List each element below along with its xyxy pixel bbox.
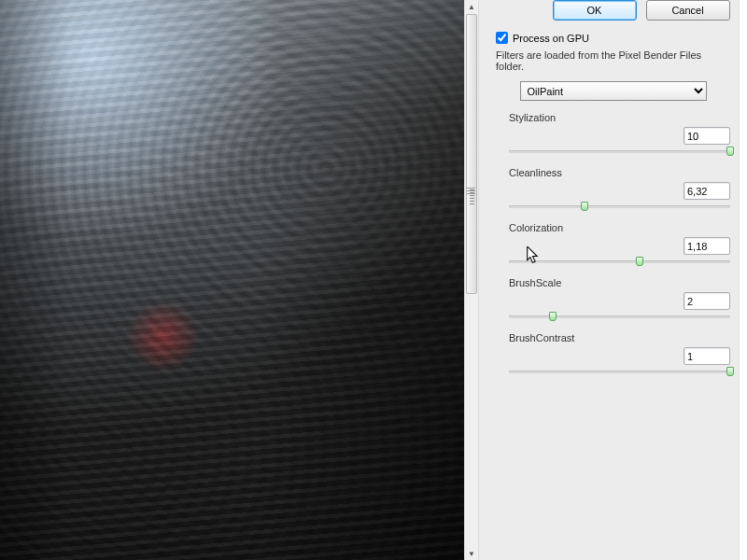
param-brushcontrast: BrushContrast — [509, 332, 730, 378]
slider-handle[interactable] — [726, 367, 734, 376]
slider-track — [509, 205, 730, 208]
brushscale-input[interactable] — [684, 292, 730, 310]
slider-track — [509, 371, 730, 373]
colorization-slider[interactable] — [509, 257, 730, 268]
param-brushscale: BrushScale — [509, 277, 730, 323]
cleanliness-slider[interactable] — [509, 202, 730, 213]
ok-button[interactable]: OK — [553, 0, 637, 21]
brushcontrast-input[interactable] — [684, 347, 730, 365]
scroll-thumb[interactable] — [466, 14, 477, 294]
window-right-edge — [739, 0, 747, 560]
brushcontrast-label: BrushContrast — [509, 332, 730, 343]
cleanliness-label: Cleanliness — [509, 167, 730, 178]
scroll-down-arrow-icon[interactable]: ▼ — [465, 547, 478, 560]
slider-track — [509, 150, 730, 153]
slider-handle[interactable] — [581, 202, 588, 211]
brushscale-label: BrushScale — [509, 277, 730, 288]
process-on-gpu-label: Process on GPU — [513, 33, 589, 44]
brushcontrast-slider[interactable] — [509, 367, 730, 378]
slider-handle[interactable] — [636, 257, 643, 266]
process-on-gpu-checkbox[interactable] — [496, 32, 508, 44]
param-stylization: Stylization — [509, 112, 730, 158]
preview-vertical-scrollbar[interactable]: ▲ ▼ — [464, 0, 478, 560]
cleanliness-input[interactable] — [684, 182, 730, 200]
stylization-label: Stylization — [509, 112, 730, 123]
slider-track — [509, 260, 730, 263]
colorization-label: Colorization — [509, 222, 730, 233]
info-text: Filters are loaded from the Pixel Bender… — [496, 49, 730, 72]
pane-resize-handle[interactable] — [465, 187, 478, 205]
colorization-input[interactable] — [684, 237, 730, 255]
filter-settings-panel: OK Cancel Process on GPU Filters are loa… — [478, 0, 747, 560]
slider-handle[interactable] — [549, 312, 557, 321]
cancel-button[interactable]: Cancel — [646, 0, 730, 21]
preview-image[interactable] — [0, 0, 465, 560]
filter-select[interactable]: OilPaint — [520, 81, 707, 101]
brushscale-slider[interactable] — [509, 312, 730, 323]
param-cleanliness: Cleanliness — [509, 167, 730, 213]
slider-track — [509, 315, 730, 318]
param-colorization: Colorization — [509, 222, 730, 268]
scroll-up-arrow-icon[interactable]: ▲ — [465, 0, 478, 13]
preview-pane: ▲ ▼ — [0, 0, 478, 560]
slider-handle[interactable] — [726, 147, 734, 156]
stylization-input[interactable] — [684, 127, 730, 145]
stylization-slider[interactable] — [509, 147, 730, 158]
